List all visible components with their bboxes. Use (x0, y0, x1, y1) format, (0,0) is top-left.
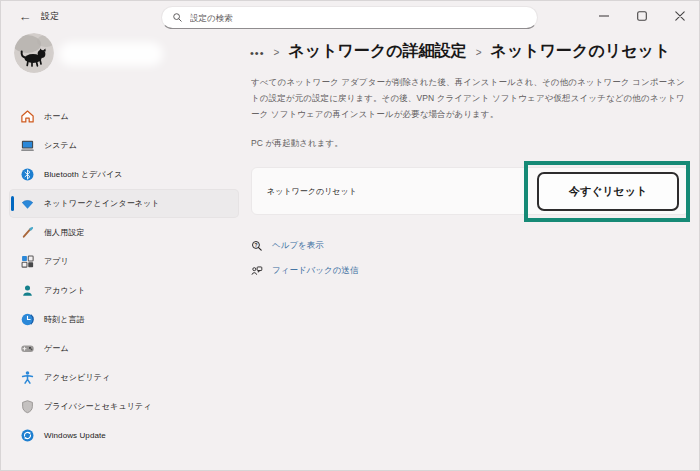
shield-icon (20, 399, 35, 414)
send-feedback-label: フィードバックの送信 (272, 265, 358, 277)
search-icon (172, 12, 183, 23)
close-button[interactable] (661, 1, 699, 31)
sidebar-item-label: アプリ (44, 256, 69, 267)
sidebar-item-label: 時刻と言語 (44, 314, 85, 325)
gamepad-icon (20, 341, 35, 356)
back-button[interactable]: ← (15, 6, 35, 26)
show-help-link[interactable]: ? ヘルプを表示 (251, 240, 324, 252)
show-help-label: ヘルプを表示 (272, 240, 324, 252)
apps-icon (20, 254, 35, 269)
search-box[interactable] (161, 6, 538, 29)
sidebar-item-label: Bluetooth とデバイス (44, 169, 122, 180)
breadcrumb-separator: > (476, 46, 482, 58)
sidebar-item-gaming[interactable]: ゲーム (9, 334, 239, 363)
account-person-icon (20, 283, 35, 298)
close-icon (675, 11, 685, 21)
sidebar-item-label: アカウント (44, 285, 85, 296)
sidebar-item-home[interactable]: ホーム (9, 102, 239, 131)
sidebar-item-windows-update[interactable]: Windows Update (9, 421, 239, 450)
feedback-icon (251, 265, 263, 277)
network-reset-label: ネットワークのリセット (267, 186, 357, 197)
user-name-redacted (59, 42, 163, 66)
sidebar-item-label: 個人用設定 (44, 227, 85, 238)
wifi-icon (20, 196, 35, 211)
update-refresh-icon (20, 428, 35, 443)
sidebar-item-network-internet[interactable]: ネットワークとインターネット (9, 189, 239, 218)
cat-avatar-image (14, 33, 54, 73)
breadcrumb: ••• > ネットワークの詳細設定 > ネットワークのリセット (250, 41, 670, 62)
breadcrumb-parent[interactable]: ネットワークの詳細設定 (288, 41, 466, 62)
clock-globe-icon (20, 312, 35, 327)
reset-description: すべてのネットワーク アダプターが削除された後、再インストールされ、その他のネッ… (251, 74, 691, 122)
send-feedback-link[interactable]: フィードバックの送信 (251, 265, 358, 277)
restart-note: PC が再起動されます。 (251, 138, 343, 150)
breadcrumb-overflow-button[interactable]: ••• (250, 45, 265, 59)
sidebar-item-personalization[interactable]: 個人用設定 (9, 218, 239, 247)
svg-text:?: ? (254, 243, 257, 248)
breadcrumb-separator: > (274, 46, 280, 58)
sidebar-item-apps[interactable]: アプリ (9, 247, 239, 276)
sidebar-item-label: ネットワークとインターネット (44, 198, 160, 209)
accessibility-person-icon (20, 370, 35, 385)
bluetooth-icon (20, 167, 35, 182)
sidebar-item-time-language[interactable]: 時刻と言語 (9, 305, 239, 334)
settings-window: ← 設定 (0, 0, 700, 471)
sidebar-item-system[interactable]: システム (9, 131, 239, 160)
minimize-button[interactable] (585, 1, 623, 31)
sidebar-item-label: Windows Update (44, 431, 106, 440)
sidebar-item-label: ホーム (44, 111, 69, 122)
home-icon (20, 109, 35, 124)
sidebar-nav: ホーム システム Bluetooth とデバイス ネットワークとインターネット (9, 102, 239, 450)
sidebar-item-label: ゲーム (44, 343, 69, 354)
window-controls (585, 1, 699, 31)
help-search-icon: ? (251, 240, 263, 252)
sidebar-item-accessibility[interactable]: アクセシビリティ (9, 363, 239, 392)
sidebar-item-privacy-security[interactable]: プライバシーとセキュリティ (9, 392, 239, 421)
sidebar-item-accounts[interactable]: アカウント (9, 276, 239, 305)
avatar (14, 33, 54, 73)
paintbrush-icon (20, 225, 35, 240)
minimize-icon (599, 11, 609, 21)
app-title: 設定 (41, 10, 59, 23)
system-icon (20, 138, 35, 153)
sidebar-item-bluetooth-devices[interactable]: Bluetooth とデバイス (9, 160, 239, 189)
reset-now-button[interactable]: 今すぐリセット (537, 172, 679, 211)
sidebar-item-label: プライバシーとセキュリティ (44, 401, 152, 412)
maximize-button[interactable] (623, 1, 661, 31)
sidebar-item-label: アクセシビリティ (44, 372, 110, 383)
search-input[interactable] (190, 13, 527, 23)
page-title: ネットワークのリセット (491, 41, 671, 62)
maximize-icon (637, 11, 647, 21)
sidebar-item-label: システム (44, 140, 77, 151)
